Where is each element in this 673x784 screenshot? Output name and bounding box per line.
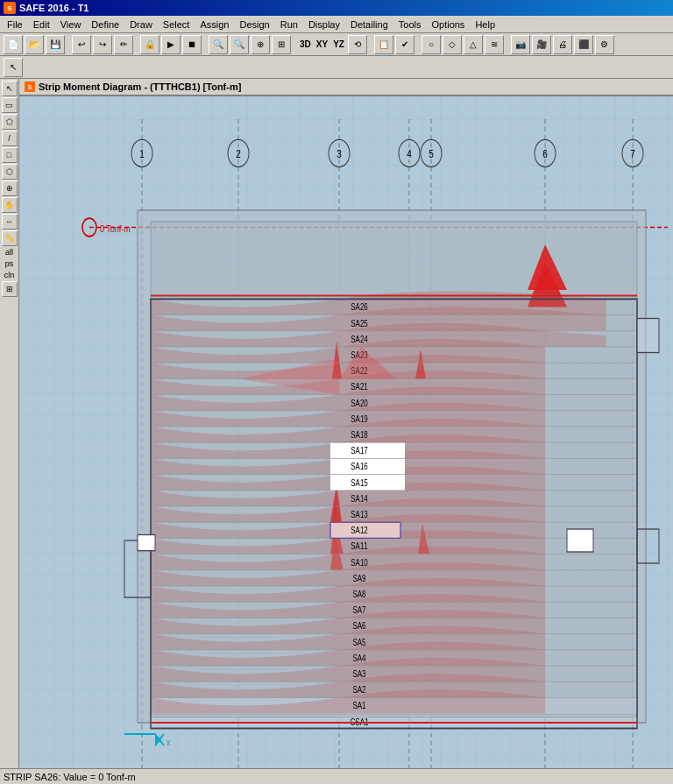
lt-cln-label[interactable]: cln	[4, 270, 16, 280]
tb-more[interactable]: ⚙	[595, 35, 614, 54]
svg-text:SA25: SA25	[351, 319, 368, 328]
app-title: SAFE 2016 - T1	[19, 3, 89, 13]
tb-toggle[interactable]: ⟲	[348, 35, 367, 54]
tb-yz-label[interactable]: YZ	[331, 39, 346, 49]
tb-spring[interactable]: ≋	[485, 35, 504, 54]
tb-zoom-out[interactable]: 🔍	[230, 35, 249, 54]
svg-text:1: 1	[139, 148, 145, 159]
tb-open[interactable]: 📂	[25, 35, 44, 54]
svg-text:SA16: SA16	[351, 462, 368, 471]
tb-check[interactable]: ✔	[395, 35, 414, 54]
drawing-title-text: Strip Moment Diagram - (TTTHCB1) [Tonf-m…	[39, 81, 241, 92]
menu-run[interactable]: Run	[275, 18, 303, 32]
tb-lock[interactable]: 🔒	[140, 35, 159, 54]
svg-text:SA18: SA18	[351, 430, 368, 440]
lt-ruler[interactable]: 📏	[2, 230, 18, 246]
menu-display[interactable]: Display	[303, 18, 345, 32]
drawing-canvas[interactable]: 1 2 3 4 5 6 7 0 Tonf-m	[19, 96, 673, 768]
tb-diamond[interactable]: ◇	[443, 35, 462, 54]
svg-text:SA15: SA15	[351, 478, 368, 488]
tb-export[interactable]: ⬛	[574, 35, 593, 54]
main-area: ↖ ▭ ⬠ / □ ⬡ ⊕ ✋ ↔ 📏 all ps cln ⊞ S Strip…	[0, 79, 673, 768]
svg-text:x: x	[166, 737, 171, 747]
drawing-icon: S	[25, 81, 35, 92]
menu-design[interactable]: Design	[234, 18, 274, 32]
tb-triangle[interactable]: △	[464, 35, 483, 54]
tb2-cursor[interactable]: ↖	[4, 58, 23, 77]
svg-text:SA12: SA12	[351, 526, 368, 535]
svg-rect-100	[138, 535, 155, 551]
svg-text:4: 4	[407, 148, 412, 159]
tb-save[interactable]: 💾	[46, 35, 65, 54]
svg-text:SA7: SA7	[352, 605, 365, 615]
toolbar-2: ↖	[0, 56, 673, 79]
lt-ps-label[interactable]: ps	[4, 258, 15, 269]
menu-view[interactable]: View	[55, 18, 87, 32]
tb-stop[interactable]: ⏹	[182, 35, 202, 54]
svg-text:3: 3	[336, 148, 342, 159]
svg-text:7: 7	[630, 148, 635, 159]
svg-text:SA10: SA10	[351, 558, 368, 568]
tb-pencil[interactable]: ✏	[114, 35, 133, 54]
lt-grid[interactable]: ⊞	[2, 281, 18, 297]
menu-help[interactable]: Help	[470, 18, 500, 32]
svg-text:SA19: SA19	[351, 414, 368, 424]
tb-zoom-in[interactable]: 🔍	[209, 35, 228, 54]
lt-select-poly[interactable]: ⬠	[2, 114, 18, 130]
lt-pan[interactable]: ✋	[2, 197, 18, 213]
lt-draw-poly[interactable]: ⬡	[2, 164, 18, 180]
tb-3d-label[interactable]: 3D	[298, 39, 313, 49]
status-text: STRIP SA26: Value = 0 Tonf-m	[4, 772, 136, 782]
tb-circle[interactable]: ○	[422, 35, 441, 54]
tb-snap[interactable]: 📋	[374, 35, 393, 54]
menu-tools[interactable]: Tools	[393, 18, 427, 32]
app-icon: S	[4, 2, 16, 14]
tb-zoom-region[interactable]: ⊕	[251, 35, 270, 54]
menu-detailing[interactable]: Detailing	[345, 18, 393, 32]
svg-text:SA26: SA26	[351, 302, 368, 312]
tb-zoom-fit[interactable]: ⊞	[272, 35, 291, 54]
menu-bar: File Edit View Define Draw Select Assign…	[0, 16, 673, 33]
svg-text:6: 6	[542, 148, 548, 159]
menu-file[interactable]: File	[2, 18, 28, 32]
canvas-area[interactable]: S Strip Moment Diagram - (TTTHCB1) [Tonf…	[19, 79, 673, 768]
lt-draw-rect[interactable]: □	[2, 147, 18, 163]
menu-assign[interactable]: Assign	[195, 18, 234, 32]
menu-edit[interactable]: Edit	[28, 18, 55, 32]
lt-measure[interactable]: ↔	[2, 214, 18, 230]
title-bar: S SAFE 2016 - T1	[0, 0, 673, 16]
svg-text:SA2: SA2	[352, 685, 365, 695]
tb-xy-label[interactable]: XY	[315, 39, 329, 49]
tb-play[interactable]: ▶	[161, 35, 181, 54]
svg-text:SA21: SA21	[351, 382, 368, 392]
svg-text:SA13: SA13	[351, 510, 368, 519]
svg-rect-90	[637, 319, 659, 353]
lt-select-rect[interactable]: ▭	[2, 97, 18, 113]
svg-text:SA5: SA5	[352, 638, 365, 647]
status-bar: STRIP SA26: Value = 0 Tonf-m	[0, 768, 673, 784]
tb-new[interactable]: 📄	[4, 35, 23, 54]
toolbar-1: 📄 📂 💾 ↩ ↪ ✏ 🔒 ▶ ⏹ 🔍 🔍 ⊕ ⊞ 3D XY YZ ⟲ 📋 ✔…	[0, 33, 673, 56]
drawing-title-bar: S Strip Moment Diagram - (TTTHCB1) [Tonf…	[19, 79, 673, 96]
svg-text:5: 5	[429, 148, 434, 159]
tb-cam1[interactable]: 📷	[511, 35, 530, 54]
svg-text:SA14: SA14	[351, 494, 368, 504]
svg-text:SA11: SA11	[351, 541, 368, 551]
tb-redo[interactable]: ↪	[93, 35, 112, 54]
menu-options[interactable]: Options	[426, 18, 470, 32]
tb-print[interactable]: 🖨	[553, 35, 572, 54]
tb-cam2[interactable]: 🎥	[532, 35, 551, 54]
svg-text:SA9: SA9	[352, 574, 365, 583]
svg-text:SA20: SA20	[351, 399, 368, 408]
menu-define[interactable]: Define	[86, 18, 124, 32]
strip-diagram-svg: 1 2 3 4 5 6 7 0 Tonf-m	[19, 96, 673, 768]
menu-draw[interactable]: Draw	[124, 18, 158, 32]
lt-all-label[interactable]: all	[4, 247, 14, 258]
left-toolbar: ↖ ▭ ⬠ / □ ⬡ ⊕ ✋ ↔ 📏 all ps cln ⊞	[0, 79, 19, 768]
menu-select[interactable]: Select	[158, 18, 195, 32]
svg-text:SA8: SA8	[352, 590, 365, 599]
tb-undo[interactable]: ↩	[72, 35, 91, 54]
lt-zoom[interactable]: ⊕	[2, 180, 18, 196]
lt-line[interactable]: /	[2, 131, 18, 146]
lt-cursor[interactable]: ↖	[2, 81, 18, 96]
